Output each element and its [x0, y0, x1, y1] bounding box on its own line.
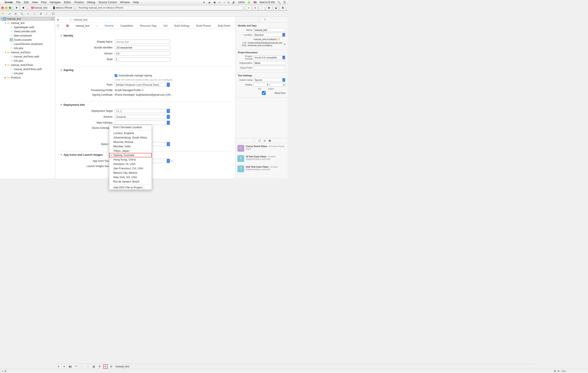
battery-icon[interactable]: 🔋: [247, 1, 251, 4]
source-control-navigator-icon[interactable]: ⎇: [8, 12, 11, 16]
find-navigator-icon[interactable]: 🔍: [20, 12, 23, 16]
target-name[interactable]: manual_test: [76, 24, 89, 27]
insp-tab-input[interactable]: [253, 83, 269, 87]
tree-item[interactable]: ▼📁manual_testTests: [0, 50, 55, 55]
file-inspector-icon[interactable]: 📄: [258, 18, 261, 21]
menu-help[interactable]: Help: [133, 1, 139, 4]
popup-location-item[interactable]: Tokyo, Japan: [109, 149, 152, 153]
notification-icon[interactable]: ☰: [284, 1, 286, 4]
popup-location-item[interactable]: Sydney, Australia: [109, 153, 152, 157]
minimize-window[interactable]: [5, 7, 8, 9]
popup-location-item[interactable]: London, England: [109, 131, 152, 135]
popup-location-item[interactable]: San Francisco, CA, USA: [109, 166, 152, 171]
forward-button[interactable]: 〉: [65, 18, 67, 22]
close-window[interactable]: [1, 7, 4, 9]
appicons-arrow-icon[interactable]: ➜: [171, 160, 173, 162]
wifi-icon[interactable]: ⌔: [224, 1, 225, 4]
tree-item[interactable]: ▶📁Products: [0, 76, 55, 80]
popup-no-simulate[interactable]: Don't Simulate Location: [109, 125, 152, 130]
popup-location-item[interactable]: Johannesburg, South Africa: [109, 135, 152, 140]
file-template-library-icon[interactable]: 📄: [252, 139, 255, 142]
info-icon[interactable]: ⓘ: [141, 88, 144, 92]
media-library-icon[interactable]: ▦: [269, 139, 271, 142]
build-input[interactable]: [115, 57, 170, 61]
tree-item[interactable]: 📄Info.plist: [0, 71, 55, 76]
code-snippet-library-icon[interactable]: { }: [258, 139, 261, 142]
back-button[interactable]: 〈: [61, 18, 63, 22]
tree-item[interactable]: 📄Info.plist: [0, 59, 55, 63]
tab-general[interactable]: General: [105, 24, 114, 27]
run-button[interactable]: ▶: [14, 5, 20, 10]
zoom-window[interactable]: [9, 7, 11, 9]
stop-button[interactable]: ◼: [20, 5, 26, 10]
test-navigator-icon[interactable]: ◇: [33, 12, 36, 16]
assistant-editor[interactable]: ◎: [252, 5, 258, 10]
library-item[interactable]: TUnit Test Case Class - A class implemen…: [236, 164, 287, 174]
cc-icon[interactable]: ◉: [213, 1, 216, 4]
volume-icon[interactable]: 🔊: [232, 1, 235, 4]
menu-view[interactable]: View: [32, 1, 38, 4]
menu-navigate[interactable]: Navigate: [50, 1, 61, 4]
tree-item[interactable]: 📄manual_testTests.swift: [0, 55, 55, 59]
jump-bar[interactable]: ⊞ 〈 〉 📄 manual_test: [55, 17, 236, 23]
symbol-navigator-icon[interactable]: ⊞: [14, 12, 17, 16]
display-icon[interactable]: ⎚: [228, 1, 229, 4]
popup-location-item[interactable]: Mumbai, India: [109, 144, 152, 149]
menu-product[interactable]: Product: [74, 1, 84, 4]
version-input[interactable]: [115, 51, 170, 55]
tree-item[interactable]: 📄Info.plist: [0, 46, 55, 50]
menu-source-control[interactable]: Source Control: [98, 1, 117, 4]
cloud-icon[interactable]: ☁︎: [208, 1, 210, 4]
library-item[interactable]: TUI Test Case Class - A class implementi…: [236, 154, 287, 164]
insp-prefix-input[interactable]: [253, 66, 285, 70]
tab-build-rules[interactable]: Build Rules: [218, 24, 231, 27]
tree-item[interactable]: 📁Assets.xcassets: [0, 38, 55, 42]
tree-item[interactable]: 📄manual_testUITests.swift: [0, 67, 55, 71]
standard-editor[interactable]: ≡: [246, 5, 252, 10]
reveal-icon[interactable]: ➜: [284, 43, 285, 45]
popup-location-item[interactable]: Honolulu, HI, USA: [109, 162, 152, 166]
tab-build-phases[interactable]: Build Phases: [196, 24, 211, 27]
issue-navigator-icon[interactable]: ⚠: [26, 12, 30, 16]
toggle-inspector[interactable]: ◨: [280, 5, 285, 10]
clock[interactable]: Wed 6:29 PM: [259, 1, 274, 4]
scheme-selector[interactable]: 🎯 manual_test 〉 📱 blesiv's iPhone: [29, 5, 74, 10]
object-library-icon[interactable]: ◎: [264, 139, 266, 142]
tree-item[interactable]: ▼📁manual_test: [0, 21, 55, 25]
menu-editor[interactable]: Editor: [64, 1, 71, 4]
insp-indent-select[interactable]: Spaces⇅: [253, 78, 285, 82]
dep-target-select[interactable]: ⇅: [115, 109, 170, 113]
menu-window[interactable]: Window: [120, 1, 130, 4]
tab-info[interactable]: Info: [163, 24, 168, 27]
breakpoint-navigator-icon[interactable]: ▷: [45, 12, 49, 16]
tree-item[interactable]: 📄AppDelegate.swift: [0, 25, 55, 29]
toggle-debug[interactable]: ⬓: [273, 5, 279, 10]
bundle-id-input[interactable]: [115, 45, 170, 50]
main-interface-select[interactable]: ⇅: [115, 121, 170, 125]
outline-toggle[interactable]: ☐: [57, 24, 59, 27]
debug-navigator-icon[interactable]: ≣: [39, 12, 42, 16]
tab-build-settings[interactable]: Build Settings: [174, 24, 190, 27]
wrap-lines-checkbox[interactable]: [253, 91, 274, 95]
library-item[interactable]: CCocoa Touch Class - A Cocoa Touch class: [236, 143, 287, 154]
menu-debug[interactable]: Debug: [87, 1, 95, 4]
related-items-icon[interactable]: ⊞: [57, 18, 59, 21]
menu-edit[interactable]: Edit: [24, 1, 29, 4]
project-navigator-icon[interactable]: 📁: [1, 12, 5, 16]
display-name-input[interactable]: [115, 40, 170, 44]
app-name[interactable]: Xcode: [5, 1, 13, 4]
version-editor[interactable]: ↔: [259, 5, 265, 10]
tab-resource-tags[interactable]: Resource Tags: [140, 24, 157, 27]
tab-capabilities[interactable]: Capabilities: [120, 24, 133, 27]
toggle-navigator[interactable]: ◧: [266, 5, 272, 10]
ink-icon[interactable]: ✒︎: [203, 1, 205, 4]
auto-signing-checkbox[interactable]: [115, 74, 117, 77]
insp-org-input[interactable]: [253, 61, 285, 65]
devices-select[interactable]: Universal⇅: [115, 115, 170, 119]
popup-location-item[interactable]: Moscow, Russia: [109, 140, 152, 144]
insp-name-input[interactable]: [253, 28, 285, 32]
jump-file[interactable]: manual_test: [74, 18, 87, 21]
project-root[interactable]: ▼Amanual_testM: [0, 17, 55, 21]
quick-help-icon[interactable]: ?: [264, 19, 265, 21]
insp-location-select[interactable]: Absolute⇅: [253, 33, 285, 37]
